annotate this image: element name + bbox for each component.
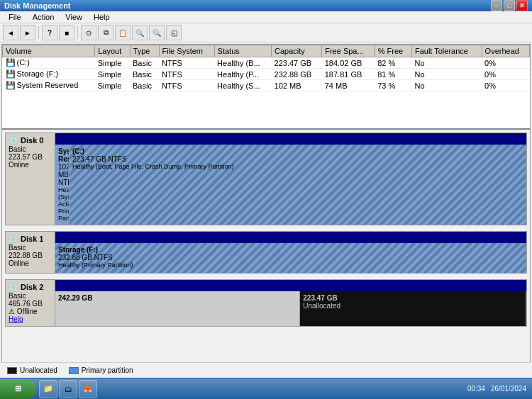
cell-fs: NTFS <box>159 57 214 69</box>
toolbar-paste[interactable]: 📋 <box>115 25 131 40</box>
cell-type: Basic <box>130 80 159 91</box>
cell-status: Healthy (S... <box>214 80 271 91</box>
partition-2-0[interactable]: 242.29 GB <box>55 291 300 326</box>
col-capacity[interactable]: Capacity <box>272 45 322 57</box>
minimize-button[interactable]: ─ <box>491 0 502 11</box>
taskbar-explorer[interactable]: 📁 <box>39 380 57 398</box>
col-volume[interactable]: Volume <box>3 45 95 57</box>
cell-status: Healthy (B... <box>214 57 271 69</box>
drive-icon: 💾 <box>6 81 16 89</box>
volume-table: Volume Layout Type File System Status Ca… <box>2 45 530 91</box>
disk-help-link-2[interactable]: Help <box>9 315 52 323</box>
col-status[interactable]: Status <box>214 45 271 57</box>
window-controls: ─ □ ✕ <box>491 0 528 11</box>
toolbar-expand[interactable]: ◱ <box>166 25 182 40</box>
menu-view[interactable]: View <box>60 11 88 23</box>
disk-partitions-inner-2: 242.29 GB 223.47 GB Unallocated <box>55 291 526 326</box>
partition-name-1-0: Storage (F:) <box>58 246 523 254</box>
taskbar-time: 00:34 <box>467 385 485 393</box>
col-layout[interactable]: Layout <box>95 45 130 57</box>
taskbar-files[interactable]: 🗂 <box>59 380 77 398</box>
cell-freespace: 184.02 GB <box>322 57 375 69</box>
col-type[interactable]: Type <box>130 45 159 57</box>
partition-info-2-1: Unallocated <box>303 302 523 310</box>
disk-header-1 <box>55 232 526 243</box>
start-button[interactable]: ⊞ <box>0 379 35 399</box>
table-row[interactable]: 💾Storage (F:) Simple Basic NTFS Healthy … <box>3 69 530 80</box>
toolbar-search[interactable]: 🔍 <box>132 25 148 40</box>
drive-icon: 💾 <box>6 58 16 67</box>
cell-overhead: 0% <box>482 80 529 91</box>
legend-primary: Primary partition <box>69 366 133 374</box>
drive-icon: 💾 <box>6 69 16 78</box>
disk-partitions-2: 242.29 GB 223.47 GB Unallocated <box>55 280 526 326</box>
col-overhead[interactable]: Overhead <box>482 45 529 57</box>
cell-fault: No <box>411 69 482 80</box>
disk-icon-0: 💿 <box>9 136 18 145</box>
separator-2 <box>77 26 78 39</box>
toolbar-rescan[interactable]: ⊙ <box>81 25 96 40</box>
legend-unallocated-box <box>7 367 17 374</box>
partition-0-0[interactable]: System Reserved 102 MB NTFS Healthy (Sys… <box>55 145 70 225</box>
taskbar-firefox[interactable]: 🦊 <box>79 380 97 398</box>
cell-volume: 💾(C:) <box>3 57 95 69</box>
col-filesystem[interactable]: File System <box>159 45 214 57</box>
cell-fault: No <box>411 57 482 69</box>
menu-file[interactable]: File <box>3 11 27 23</box>
cell-fs: NTFS <box>159 80 214 91</box>
disk-partitions-inner-0: System Reserved 102 MB NTFS Healthy (Sys… <box>55 145 526 225</box>
disk-label-0: 💿 Disk 0 Basic 223.57 GB Online <box>6 133 55 225</box>
cell-layout: Simple <box>95 69 130 80</box>
table-row[interactable]: 💾(C:) Simple Basic NTFS Healthy (B... 22… <box>3 57 530 69</box>
menu-help[interactable]: Help <box>88 11 116 23</box>
toolbar-properties[interactable]: ■ <box>59 25 74 40</box>
disk-id-2: 💿 Disk 2 <box>9 283 52 292</box>
start-icon: ⊞ <box>15 384 21 393</box>
toolbar-forward[interactable]: ► <box>20 25 35 40</box>
taskbar: ⊞ 📁 🗂 🦊 00:34 26/01/2024 <box>0 378 532 399</box>
toolbar-help[interactable]: ? <box>42 25 57 40</box>
legend-unallocated: Unallocated <box>7 366 57 374</box>
disk-row-2: 💿 Disk 2 Basic 465.76 GB ⚠ Offline Help … <box>5 279 527 327</box>
disk-size-0: 223.57 GB <box>9 153 52 161</box>
legend-primary-box <box>69 367 79 374</box>
disk-status-0: Online <box>9 161 52 169</box>
close-button[interactable]: ✕ <box>516 0 528 11</box>
partition-info-1-0: 232.88 GB NTFS <box>58 254 523 262</box>
cell-layout: Simple <box>95 80 130 91</box>
maximize-button[interactable]: □ <box>504 0 515 11</box>
cell-volume: 💾System Reserved <box>3 80 95 91</box>
disk-type-0: Basic <box>9 145 52 153</box>
disk-header-0 <box>55 133 526 145</box>
cell-capacity: 223.47 GB <box>272 57 322 69</box>
disk-status-1: Online <box>9 259 52 267</box>
partition-name-0-1: (C:) <box>72 147 523 155</box>
partition-2-1[interactable]: 223.47 GB Unallocated <box>300 291 526 326</box>
cell-overhead: 0% <box>482 57 529 69</box>
disk-type-1: Basic <box>9 244 52 252</box>
disk-type-2: Basic <box>9 292 52 300</box>
partition-1-0[interactable]: Storage (F:) 232.88 GB NTFS Healthy (Pri… <box>55 243 526 273</box>
cell-pctfree: 82 % <box>375 57 411 69</box>
col-fault[interactable]: Fault Tolerance <box>411 45 482 57</box>
table-row[interactable]: 💾System Reserved Simple Basic NTFS Healt… <box>3 80 530 91</box>
partition-info-0-1: 223.47 GB NTFS <box>72 155 523 163</box>
partition-status-1-0: Healthy (Primary Partition) <box>58 262 523 269</box>
toolbar-copy[interactable]: ⧉ <box>98 25 113 40</box>
disk-row-1: 💿 Disk 1 Basic 232.88 GB Online Storage … <box>5 231 527 274</box>
partition-status-0-0: Healthy (System, Active, Primary Partiti… <box>58 186 66 222</box>
cell-capacity: 102 MB <box>272 80 322 91</box>
disk-status-2: ⚠ Offline <box>9 308 52 315</box>
toolbar-search2[interactable]: 🔍 <box>149 25 165 40</box>
legend-bar: Unallocated Primary partition <box>1 362 531 378</box>
menu-action[interactable]: Action <box>27 11 60 23</box>
col-pctfree[interactable]: % Free <box>375 45 411 57</box>
main-window: Volume Layout Type File System Status Ca… <box>1 44 531 399</box>
disk-row-0: 💿 Disk 0 Basic 223.57 GB Online System R… <box>5 133 527 225</box>
disk-header-2 <box>55 280 526 291</box>
toolbar-back[interactable]: ◄ <box>3 25 18 40</box>
disk-label-1: 💿 Disk 1 Basic 232.88 GB Online <box>6 232 55 273</box>
partition-0-1[interactable]: (C:) 223.47 GB NTFS Healthy (Boot, Page … <box>70 145 526 225</box>
disk-id-1: 💿 Disk 1 <box>9 235 52 244</box>
col-freespace[interactable]: Free Spa... <box>322 45 375 57</box>
